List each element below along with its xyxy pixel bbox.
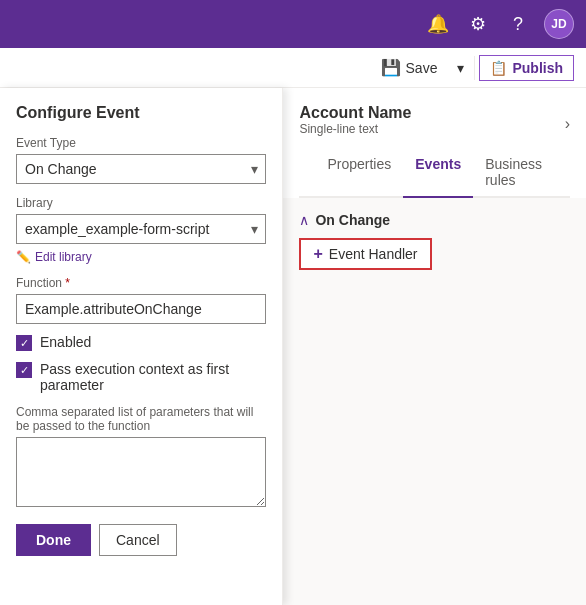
save-icon: 💾 xyxy=(381,58,401,77)
enabled-checkbox[interactable]: ✓ xyxy=(16,335,32,351)
configure-event-dialog: Configure Event Event Type On Change ▾ L… xyxy=(0,88,283,605)
edit-library-link[interactable]: ✏️ Edit library xyxy=(16,250,266,264)
event-handler-label: Event Handler xyxy=(329,246,418,262)
pass-context-label: Pass execution context as first paramete… xyxy=(40,361,266,393)
panel-title: Account Name xyxy=(299,104,411,122)
cancel-button[interactable]: Cancel xyxy=(99,524,177,556)
library-select[interactable]: example_example-form-script xyxy=(16,214,266,244)
function-input[interactable] xyxy=(16,294,266,324)
done-button[interactable]: Done xyxy=(16,524,91,556)
event-type-label: Event Type xyxy=(16,136,266,150)
dialog-title: Configure Event xyxy=(16,104,266,122)
section-header: ∧ On Change xyxy=(299,212,570,228)
event-type-select[interactable]: On Change xyxy=(16,154,266,184)
section-title: On Change xyxy=(315,212,390,228)
tab-business-rules[interactable]: Business rules xyxy=(473,148,554,198)
enabled-label: Enabled xyxy=(40,334,91,350)
pass-context-checkbox[interactable]: ✓ xyxy=(16,362,32,378)
save-button[interactable]: 💾 Save xyxy=(371,54,448,81)
event-type-field[interactable]: On Change ▾ xyxy=(16,154,266,184)
breadcrumb-chevron-icon[interactable]: › xyxy=(565,115,570,133)
right-panel: Account Name Single-line text › Properti… xyxy=(283,88,586,605)
gear-icon[interactable]: ⚙ xyxy=(464,13,492,35)
check-icon: ✓ xyxy=(20,337,29,350)
toolbar: 💾 Save ▾ 📋 Publish xyxy=(0,48,586,88)
help-icon[interactable]: ? xyxy=(504,14,532,35)
tab-events[interactable]: Events xyxy=(403,148,473,198)
main-area: Configure Event Event Type On Change ▾ L… xyxy=(0,88,586,605)
pencil-icon: ✏️ xyxy=(16,250,31,264)
panel-subtitle: Single-line text xyxy=(299,122,411,136)
add-event-handler-button[interactable]: + Event Handler xyxy=(299,238,431,270)
toolbar-divider xyxy=(474,56,475,80)
save-dropdown-button[interactable]: ▾ xyxy=(451,56,470,80)
top-nav: 🔔 ⚙ ? JD xyxy=(0,0,586,48)
dialog-footer: Done Cancel xyxy=(16,524,266,556)
publish-label: Publish xyxy=(512,60,563,76)
bell-icon[interactable]: 🔔 xyxy=(424,13,452,35)
panel-header: Account Name Single-line text › Properti… xyxy=(283,88,586,198)
params-input[interactable] xyxy=(16,437,266,507)
collapse-icon[interactable]: ∧ xyxy=(299,212,309,228)
publish-button[interactable]: 📋 Publish xyxy=(479,55,574,81)
function-label: Function xyxy=(16,276,266,290)
save-label: Save xyxy=(406,60,438,76)
publish-icon: 📋 xyxy=(490,60,507,76)
breadcrumb: Account Name Single-line text › xyxy=(299,100,570,144)
enabled-row: ✓ Enabled xyxy=(16,334,266,351)
dropdown-arrow-icon: ▾ xyxy=(457,60,464,76)
tab-properties[interactable]: Properties xyxy=(315,148,403,198)
library-field[interactable]: example_example-form-script ▾ xyxy=(16,214,266,244)
avatar[interactable]: JD xyxy=(544,9,574,39)
plus-icon: + xyxy=(313,245,322,263)
params-label: Comma separated list of parameters that … xyxy=(16,405,266,433)
panel-content: ∧ On Change + Event Handler xyxy=(283,198,586,605)
panel-tabs: Properties Events Business rules xyxy=(299,148,570,198)
library-label: Library xyxy=(16,196,266,210)
pass-context-check-icon: ✓ xyxy=(20,364,29,377)
pass-context-row: ✓ Pass execution context as first parame… xyxy=(16,361,266,393)
